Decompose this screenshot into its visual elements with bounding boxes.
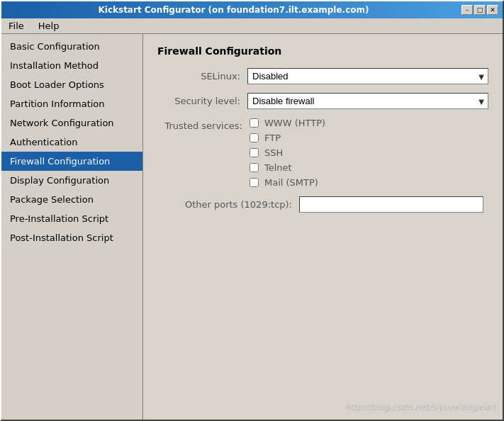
trusted-ssh-item: SSH [250, 147, 325, 158]
sidebar-item-post-install[interactable]: Post-Installation Script [1, 228, 142, 247]
sidebar-item-basic-config[interactable]: Basic Configuration [1, 37, 142, 56]
security-level-control: Disable firewall No firewall Medium High [247, 93, 488, 109]
sidebar-item-installation-method[interactable]: Installation Method [1, 56, 142, 75]
sidebar-item-display-config[interactable]: Display Configuration [1, 171, 142, 190]
other-ports-label: Other ports (1029:tcp): [157, 199, 299, 210]
security-level-label: Security level: [157, 96, 247, 106]
trusted-mail-item: Mail (SMTP) [250, 177, 325, 188]
menu-file[interactable]: File [4, 19, 28, 33]
trusted-mail-checkbox[interactable] [250, 178, 259, 187]
security-level-select[interactable]: Disable firewall No firewall Medium High [247, 93, 488, 109]
sidebar-item-network-config[interactable]: Network Configuration [1, 113, 142, 133]
trusted-services-label: Trusted services: [157, 118, 250, 188]
trusted-ssh-checkbox[interactable] [250, 148, 259, 157]
trusted-ftp-item: FTP [250, 133, 325, 143]
main-panel: Firewall Configuration SELinux: Disabled… [143, 34, 503, 420]
other-ports-input[interactable] [299, 196, 483, 213]
security-level-select-wrapper: Disable firewall No firewall Medium High [247, 93, 488, 109]
main-window: Kickstart Configurator (on foundation7.i… [0, 0, 504, 421]
trusted-telnet-item: Telnet [250, 162, 325, 173]
selinux-label: SELinux: [157, 71, 247, 82]
trusted-telnet-checkbox[interactable] [250, 163, 259, 172]
trusted-www-label: WWW (HTTP) [264, 118, 325, 128]
maximize-button[interactable]: □ [474, 5, 486, 15]
panel-title: Firewall Configuration [157, 45, 488, 57]
selinux-row: SELinux: Disabled Enforcing Permissive [157, 68, 488, 84]
trusted-services-group: WWW (HTTP) FTP SSH Telnet [250, 118, 325, 188]
sidebar-item-pre-install[interactable]: Pre-Installation Script [1, 209, 142, 228]
sidebar-item-firewall-config[interactable]: Firewall Configuration [1, 152, 142, 171]
selinux-control: Disabled Enforcing Permissive [247, 68, 488, 84]
selinux-select[interactable]: Disabled Enforcing Permissive [247, 68, 488, 84]
trusted-mail-label: Mail (SMTP) [264, 177, 318, 188]
other-ports-row: Other ports (1029:tcp): [157, 196, 488, 213]
sidebar-item-partition-info[interactable]: Partition Information [1, 94, 142, 113]
trusted-ftp-checkbox[interactable] [250, 133, 259, 142]
menubar: File Help [1, 18, 503, 34]
security-level-row: Security level: Disable firewall No fire… [157, 93, 488, 109]
minimize-button[interactable]: – [461, 5, 473, 15]
content-area: Basic Configuration Installation Method … [1, 34, 503, 420]
window-title: Kickstart Configurator (on foundation7.i… [6, 5, 461, 15]
selinux-select-wrapper: Disabled Enforcing Permissive [247, 68, 488, 84]
close-button[interactable]: ✕ [487, 5, 498, 15]
trusted-www-item: WWW (HTTP) [250, 118, 325, 128]
trusted-telnet-label: Telnet [264, 162, 292, 173]
trusted-ftp-label: FTP [264, 133, 281, 143]
watermark: http://blog.csdn.net/siyuexiangxian [345, 403, 495, 412]
titlebar-buttons: – □ ✕ [461, 5, 498, 15]
trusted-services-section: Trusted services: WWW (HTTP) FTP SSH [157, 118, 488, 188]
menu-help[interactable]: Help [34, 19, 64, 33]
trusted-www-checkbox[interactable] [250, 118, 259, 128]
sidebar-item-boot-loader[interactable]: Boot Loader Options [1, 75, 142, 94]
trusted-ssh-label: SSH [264, 147, 283, 158]
titlebar: Kickstart Configurator (on foundation7.i… [1, 1, 503, 18]
sidebar-item-package-selection[interactable]: Package Selection [1, 190, 142, 209]
sidebar: Basic Configuration Installation Method … [1, 34, 143, 420]
sidebar-item-authentication[interactable]: Authentication [1, 133, 142, 152]
